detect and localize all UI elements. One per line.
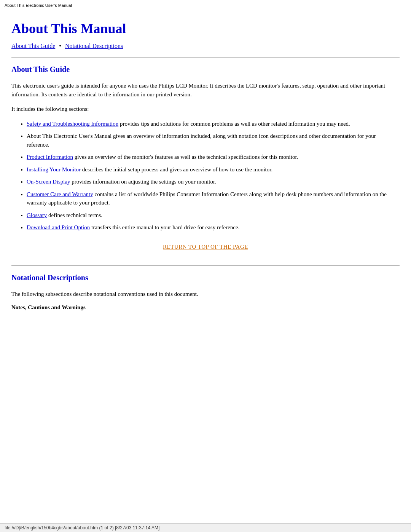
nav-separator: • — [59, 43, 61, 49]
list-item: About This Electronic User's Manual give… — [27, 132, 400, 149]
status-bar-text: file:///D|/B/english/150b4cgbs/about/abo… — [5, 525, 159, 530]
about-guide-section: About This Guide This electronic user's … — [11, 65, 400, 250]
list-item: Product Information gives an overview of… — [27, 153, 400, 161]
list-item: On-Screen Display provides information o… — [27, 177, 400, 186]
list-item: Customer Care and Warranty contains a li… — [27, 190, 400, 207]
about-guide-heading: About This Guide — [11, 65, 400, 74]
status-bar: file:///D|/B/english/150b4cgbs/about/abo… — [0, 523, 411, 532]
notational-section: Notational Descriptions The following su… — [11, 273, 400, 311]
page-title: About This Manual — [11, 21, 400, 37]
link-product-info[interactable]: Product Information — [27, 154, 73, 160]
notes-cautions-heading: Notes, Cautions and Warnings — [11, 304, 400, 311]
list-item: Safety and Troubleshooting Information p… — [27, 120, 400, 128]
sections-list: Safety and Troubleshooting Information p… — [27, 120, 400, 232]
includes-text: It includes the following sections: — [11, 105, 400, 113]
nav-link-about-guide[interactable]: About This Guide — [11, 43, 55, 49]
nav-links: About This Guide • Notational Descriptio… — [11, 43, 400, 50]
list-item-text-8: transfers this entire manual to your har… — [90, 224, 239, 230]
link-installing[interactable]: Installing Your Monitor — [27, 166, 81, 173]
list-item: Installing Your Monitor describes the in… — [27, 165, 400, 174]
list-item-text-2: About This Electronic User's Manual give… — [27, 133, 376, 148]
link-download[interactable]: Download and Print Option — [27, 224, 90, 230]
return-to-top-link[interactable]: RETURN TO TOP OF THE PAGE — [163, 244, 248, 250]
list-item-text-5: provides information on adjusting the se… — [70, 179, 216, 185]
tab-title: About This Electronic User's Manual — [5, 3, 72, 8]
notational-paragraph1: The following subsections describe notat… — [11, 290, 400, 299]
link-osd[interactable]: On-Screen Display — [27, 179, 70, 185]
section-divider-top — [11, 57, 400, 58]
link-customer-care[interactable]: Customer Care and Warranty — [27, 191, 93, 197]
section-divider-middle — [11, 265, 400, 266]
list-item-text-3: gives an overview of the monitor's featu… — [73, 154, 298, 160]
nav-link-notational[interactable]: Notational Descriptions — [65, 43, 123, 49]
main-content: About This Manual About This Guide • Not… — [0, 9, 411, 330]
notational-heading: Notational Descriptions — [11, 273, 400, 282]
link-glossary[interactable]: Glossary — [27, 212, 47, 218]
browser-tab: About This Electronic User's Manual — [0, 0, 411, 9]
return-to-top: RETURN TO TOP OF THE PAGE — [11, 243, 400, 250]
list-item-text-7: defines technical terms. — [47, 212, 102, 218]
list-item-text-4: describes the initial setup process and … — [81, 166, 272, 173]
link-safety[interactable]: Safety and Troubleshooting Information — [27, 121, 118, 127]
about-guide-paragraph1: This electronic user's guide is intended… — [11, 81, 400, 99]
list-item: Download and Print Option transfers this… — [27, 223, 400, 232]
list-item: Glossary defines technical terms. — [27, 211, 400, 220]
list-item-text-1: provides tips and solutions for common p… — [118, 121, 350, 127]
